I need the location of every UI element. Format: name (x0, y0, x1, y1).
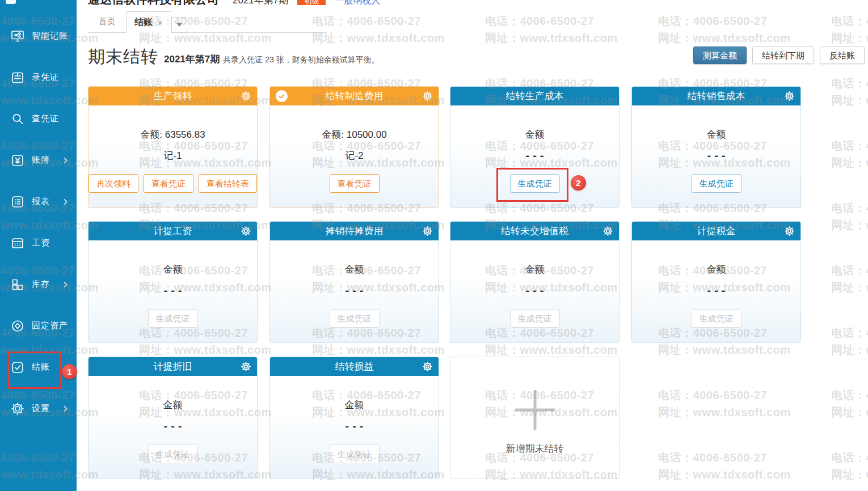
page-header: 期末结转 2021年第7期 共录入凭证 23 张，财务初始余额试算平衡。 (88, 45, 380, 69)
card-production-cost: 结转生产成本 金额 --- 生成凭证 (450, 86, 620, 208)
sidebar-item-label: 设置 (32, 403, 50, 414)
card-buttons: 生成凭证 (632, 174, 800, 193)
sidebar-item-reports[interactable]: 报表 (0, 181, 77, 222)
watermark-text: 电话：4006-6500-27网址：www.tdxsoft.com (312, 12, 445, 46)
generate-voucher-button[interactable]: 生成凭证 (330, 309, 380, 328)
chevron-right-icon (63, 157, 69, 164)
sidebar-item-label: 报表 (32, 196, 50, 207)
chevron-down-icon (176, 23, 182, 27)
generate-voucher-button[interactable]: 生成凭证 (148, 309, 198, 328)
tab-closing-active[interactable]: 结账 × (126, 11, 171, 33)
app-window: 通达信软件科技有限公司 2021年第7期 初级 一般纳税人 智能记账 录凭证 查… (0, 0, 868, 491)
card-buttons: 生成凭证 (89, 445, 257, 463)
watermark-text: 电话：4006-6500-27网址：www.tdxsoft.com (485, 12, 618, 46)
settings-gear-icon (10, 401, 25, 416)
voucher-entry-icon (10, 70, 25, 85)
empty-amount-dashes: --- (270, 420, 439, 433)
page-period: 2021年第7期 (164, 53, 220, 66)
watermark-text: 电话：4006-6500-27网址：www.tdxsoft.com (658, 387, 791, 421)
card-accrue-taxes: 计提税金 金额 --- 生成凭证 (631, 221, 801, 343)
toolbar: 测算金额 结转到下期 反结账 (693, 46, 865, 64)
watermark-text: 电话：4006-6500-27网址：www.tdxsoft.com (831, 387, 868, 421)
tab-list-dropdown[interactable] (171, 17, 187, 32)
card-title: 结转损益 (335, 361, 374, 372)
amount-label: 金额 (270, 399, 439, 412)
tab-close-icon[interactable]: × (158, 18, 163, 27)
gear-icon[interactable] (423, 91, 432, 101)
gear-icon[interactable] (423, 362, 432, 371)
logo-fragment (6, 0, 16, 4)
sidebar-item-ledger[interactable]: 账簿 (0, 139, 77, 181)
page-title: 期末结转 (88, 45, 158, 69)
card-header: 计提税金 (632, 222, 800, 240)
empty-amount-dashes: --- (632, 284, 800, 297)
generate-voucher-button[interactable]: 生成凭证 (692, 174, 741, 193)
pick-material-again-button[interactable]: 再次领料 (89, 174, 138, 193)
card-accrue-payroll: 计提工资 金额 --- 生成凭证 (88, 221, 258, 343)
view-voucher-button[interactable]: 查看凭证 (144, 174, 193, 193)
carry-to-next-period-button[interactable]: 结转到下期 (752, 46, 814, 64)
card-title: 生产领料 (154, 91, 192, 101)
generate-voucher-button[interactable]: 生成凭证 (148, 445, 198, 463)
card-title: 结转未交增值税 (501, 226, 568, 236)
sidebar-item-settings[interactable]: 设置 (0, 388, 77, 429)
view-carryover-table-button[interactable]: 查看结转表 (199, 174, 257, 193)
card-title: 计提税金 (697, 226, 736, 236)
amount-label: 金额 (89, 399, 257, 412)
card-header: 结转销售成本 (632, 87, 800, 105)
company-name: 通达信软件科技有限公司 (88, 0, 219, 5)
tab-home[interactable]: 首页 (88, 11, 126, 32)
card-header: 结转生产成本 (450, 87, 619, 105)
card-header: 生产领料 (89, 87, 257, 105)
sidebar-item-label: 结账 (32, 362, 50, 373)
gear-icon[interactable] (241, 91, 251, 101)
gear-icon[interactable] (603, 226, 613, 236)
chevron-right-icon (63, 198, 69, 205)
watermark-text: 电话：4006-6500-27网址：www.tdxsoft.com (658, 449, 791, 483)
sidebar-item-payroll[interactable]: 工资 (0, 222, 77, 264)
card-buttons: 生成凭证 (89, 309, 257, 328)
add-period-end-carryover-card[interactable]: 新增期末结转 (450, 357, 620, 479)
top-strip-clipped: 通达信软件科技有限公司 2021年第7期 初级 一般纳税人 (88, 0, 599, 5)
view-voucher-button[interactable]: 查看凭证 (330, 174, 380, 193)
version-badge: 初级 (297, 0, 326, 5)
voucher-no-line: 记-1 (89, 149, 257, 162)
gear-icon[interactable] (241, 226, 251, 236)
reverse-closing-button[interactable]: 反结账 (820, 46, 865, 64)
taxpayer-type-link[interactable]: 一般纳税人 (335, 0, 380, 5)
generate-voucher-button[interactable]: 生成凭证 (510, 174, 560, 193)
sidebar-item-label: 查凭证 (32, 113, 59, 124)
sidebar-item-smart-bookkeeping[interactable]: 智能记账 (0, 15, 77, 57)
generate-voucher-button[interactable]: 生成凭证 (510, 309, 560, 328)
empty-amount-dashes: --- (89, 420, 257, 433)
tab-label: 结账 (134, 16, 153, 28)
card-accrue-depreciation: 计提折旧 金额 --- 生成凭证 (88, 357, 258, 479)
gear-icon[interactable] (423, 226, 432, 236)
card-header: 结转损益 (270, 357, 439, 376)
search-voucher-icon (10, 112, 25, 126)
chevron-right-icon (63, 405, 69, 412)
gear-icon[interactable] (241, 362, 251, 371)
card-amortize-prepaid: 摊销待摊费用 金额 --- 生成凭证 (269, 221, 439, 343)
sidebar-item-voucher-search[interactable]: 查凭证 (0, 98, 77, 139)
gear-icon[interactable] (785, 226, 794, 236)
card-title: 摊销待摊费用 (326, 226, 384, 236)
sidebar-item-inventory[interactable]: 库存 (0, 264, 77, 305)
sidebar-item-fixed-assets[interactable]: 固定资产 (0, 305, 77, 346)
gear-icon[interactable] (785, 91, 794, 101)
card-buttons: 生成凭证 (450, 174, 619, 193)
watermark-text: 电话：4006-6500-27网址：www.tdxsoft.com (831, 137, 868, 171)
card-header: 结转未交增值税 (450, 222, 619, 240)
watermark-text: 电话：4006-6500-27网址：www.tdxsoft.com (831, 449, 868, 483)
generate-voucher-button[interactable]: 生成凭证 (330, 445, 380, 463)
report-list-icon (10, 194, 25, 209)
chevron-right-icon (63, 281, 69, 288)
payroll-calculator-icon (10, 236, 25, 251)
generate-voucher-button[interactable]: 生成凭证 (692, 309, 741, 328)
sidebar-item-label: 录凭证 (32, 72, 59, 83)
add-card-label: 新增期末结转 (450, 442, 619, 455)
top-period: 2021年第7期 (233, 0, 288, 5)
measure-amount-button[interactable]: 测算金额 (693, 46, 747, 64)
sidebar-item-voucher-entry[interactable]: 录凭证 (0, 57, 77, 98)
sidebar: 智能记账 录凭证 查凭证 账簿 报表 工资 库存 (0, 0, 77, 491)
